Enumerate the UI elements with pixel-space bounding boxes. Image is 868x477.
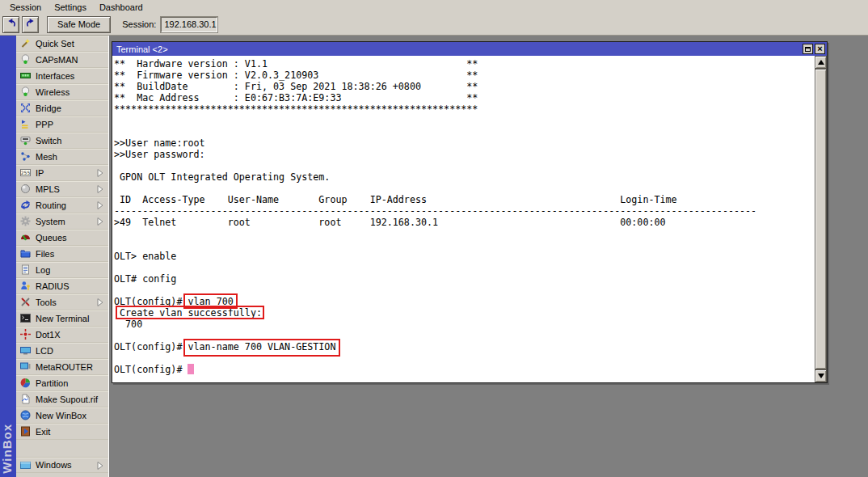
sidebar-item-label: Queues [36, 233, 67, 243]
sidebar-item-mesh[interactable]: Mesh [16, 149, 108, 165]
mpls-icon [19, 184, 31, 195]
submenu-arrow-icon [97, 201, 103, 211]
undo-button[interactable] [2, 16, 19, 33]
sidebar-item-routing[interactable]: Routing [16, 197, 108, 213]
sidebar-item-metarouter[interactable]: MetaROUTER [16, 359, 108, 375]
workspace: WinBox Quick SetCAPsMANInterfacesWireles… [0, 36, 868, 477]
sidebar-item-partition[interactable]: Partition [16, 375, 108, 391]
undo-arrow-icon [6, 18, 17, 31]
sidebar-item-label: CAPsMAN [36, 55, 78, 65]
wand-icon [19, 38, 31, 49]
sidebar-item-log[interactable]: Log [16, 262, 108, 278]
sidebar-item-radius[interactable]: RADIUS [16, 278, 108, 294]
newwinbox-icon [19, 410, 31, 421]
sidebar-item-tools[interactable]: Tools [16, 294, 108, 310]
queues-icon [19, 232, 31, 243]
close-button[interactable]: × [815, 44, 825, 54]
submenu-arrow-icon [97, 185, 103, 195]
sidebar-item-quick-set[interactable]: Quick Set [16, 36, 108, 52]
sidebar-item-label: Wireless [36, 87, 70, 97]
submenu-arrow-icon [97, 462, 103, 471]
terminal-title: Terminal <2> [116, 44, 801, 54]
sidebar-item-make-supout-rif[interactable]: Make Supout.rif [16, 391, 108, 407]
dot1x-icon [19, 329, 31, 340]
maximize-icon [805, 47, 811, 52]
terminal-body[interactable]: ** Hardware version : V1.1 ** ** Firmwar… [112, 56, 827, 382]
sidebar-item-label: PPP [36, 120, 53, 129]
sidebar-item-label: Bridge [36, 103, 61, 113]
scrollbar-thumb[interactable] [815, 69, 827, 369]
sidebar-item-label: New Terminal [36, 314, 89, 323]
session-label: Session: [122, 19, 156, 29]
sidebar-item-wireless[interactable]: Wireless [16, 84, 108, 100]
wireless-icon [19, 87, 31, 98]
sidebar-item-mpls[interactable]: MPLS [16, 181, 108, 197]
switch-icon [19, 135, 31, 146]
maximize-button[interactable] [803, 44, 813, 54]
menu-settings[interactable]: Settings [48, 2, 93, 13]
sidebar-item-label: IP [36, 168, 44, 178]
mesh-icon [19, 151, 31, 163]
arrow-up-icon [818, 60, 824, 65]
sidebar-item-label: Files [36, 249, 54, 259]
sidebar-item-queues[interactable]: Queues [16, 230, 108, 246]
terminal-titlebar[interactable]: Terminal <2> × [112, 42, 827, 56]
sidebar-item-ip[interactable]: 255IP [16, 165, 108, 181]
arrow-down-icon [818, 374, 824, 378]
sidebar-item-capsman[interactable]: CAPsMAN [16, 52, 108, 68]
capsman-icon [19, 54, 31, 65]
sidebar-item-label: Make Supout.rif [36, 395, 98, 404]
exit-icon [19, 426, 31, 437]
sidebar-item-label: Switch [36, 136, 61, 146]
terminal-cursor [188, 364, 194, 374]
safe-mode-button[interactable]: Safe Mode [47, 16, 111, 33]
redo-arrow-icon [25, 18, 36, 31]
sidebar-item-label: Routing [36, 201, 66, 210]
sidebar-item-exit[interactable]: Exit [16, 424, 108, 440]
sidebar-item-switch[interactable]: Switch [16, 133, 108, 149]
scroll-down-button[interactable] [815, 369, 827, 382]
menu-session[interactable]: Session [3, 2, 48, 13]
sidebar-item-label: MPLS [36, 184, 60, 194]
sidebar-item-label: Log [36, 265, 50, 275]
terminal-text: ** Hardware version : V1.1 ** ** Firmwar… [114, 58, 756, 375]
redo-button[interactable] [22, 16, 39, 33]
sidebar-item-windows[interactable]: Windows [16, 457, 108, 473]
bridge-icon [19, 103, 31, 114]
sidebar-item-label: Windows [36, 460, 72, 470]
sidebar-item-bridge[interactable]: Bridge [16, 100, 108, 116]
session-input[interactable]: 192.168.30.1 [161, 17, 217, 32]
sidebar-item-interfaces[interactable]: Interfaces [16, 68, 108, 84]
sidebar-item-ppp[interactable]: PPP [16, 116, 108, 133]
session-value: 192.168.30.1 [164, 19, 216, 29]
sidebar-item-label: LCD [36, 346, 53, 356]
scroll-up-button[interactable] [815, 56, 827, 69]
routing-icon [19, 200, 31, 211]
svg-text:255: 255 [20, 170, 30, 175]
terminal-icon [19, 313, 31, 324]
menu-dashboard[interactable]: Dashboard [93, 2, 150, 13]
brand-strip: WinBox [0, 36, 16, 477]
lcd-icon [19, 345, 31, 357]
sidebar-item-new-winbox[interactable]: New WinBox [16, 407, 108, 424]
highlight-box-vlan-name [183, 339, 340, 357]
sidebar-item-label: Dot1X [36, 330, 61, 340]
system-icon [19, 216, 31, 227]
sidebar-item-dot1x[interactable]: Dot1X [16, 327, 108, 343]
radius-icon [19, 281, 31, 292]
sidebar-item-label: New WinBox [36, 411, 86, 420]
sidebar-item-new-terminal[interactable]: New Terminal [16, 310, 108, 327]
log-icon [19, 264, 31, 276]
toolbar: Safe Mode Session: 192.168.30.1 [0, 14, 868, 36]
sidebar-item-label: Exit [36, 427, 50, 437]
sidebar-item-lcd[interactable]: LCD [16, 343, 108, 359]
interfaces-icon [19, 70, 31, 82]
submenu-arrow-icon [97, 298, 103, 308]
sidebar-item-label: Tools [36, 298, 57, 307]
vertical-scrollbar[interactable] [815, 56, 827, 382]
sidebar-item-label: System [36, 217, 65, 226]
sidebar-item-system[interactable]: System [16, 213, 108, 230]
sidebar-item-files[interactable]: Files [16, 246, 108, 262]
submenu-arrow-icon [97, 217, 103, 227]
safe-mode-label: Safe Mode [57, 19, 100, 29]
